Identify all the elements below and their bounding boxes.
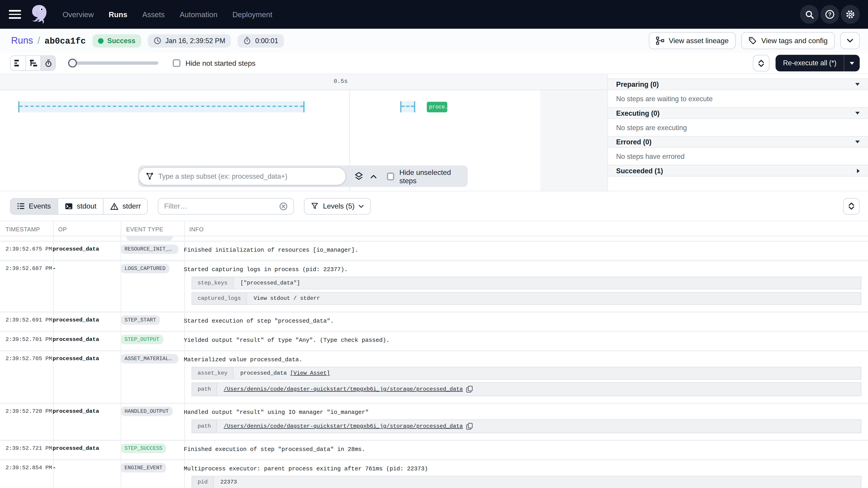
breadcrumb-runs-link[interactable]: Runs: [11, 35, 33, 46]
view-asset-lineage-button[interactable]: View asset lineage: [649, 32, 736, 49]
gantt-chart[interactable]: 0.5s proce… Type a step subset (ex: proc…: [0, 74, 608, 191]
clear-filter-icon[interactable]: [279, 202, 288, 210]
nav-item-runs[interactable]: Runs: [109, 10, 127, 19]
event-metadata: asset_keyprocessed_data [View Asset]path…: [191, 367, 861, 396]
tab-label: Events: [29, 202, 51, 210]
metadata-link[interactable]: /Users/dennis/code/dagster-quickstart/tm…: [223, 423, 463, 429]
tab-label: stderr: [123, 202, 141, 210]
table-body: 2:39:52.675 PMprocessed_dataRESOURCE_INI…: [0, 236, 868, 488]
event-info-text: Handled output "result" using IO manager…: [184, 408, 862, 417]
event-info-text: Yielded output "result" of type "Any". (…: [184, 336, 862, 345]
panel-section-succeeded[interactable]: Succeeded (1): [608, 165, 868, 176]
reexecute-dropdown[interactable]: [844, 55, 860, 71]
run-actions-dropdown-button[interactable]: [840, 32, 860, 49]
reexecute-all-button[interactable]: Re-execute all (*): [776, 55, 860, 71]
nav-item-assets[interactable]: Assets: [142, 10, 164, 19]
metadata-link[interactable]: /Users/dennis/code/dagster-quickstart/tm…: [223, 386, 463, 392]
levels-filter-button[interactable]: Levels (5): [304, 198, 371, 215]
metadata-entry-asset_key: asset_keyprocessed_data [View Asset]: [191, 367, 861, 380]
table-row[interactable]: 2:39:52.675 PMprocessed_dataRESOURCE_INI…: [0, 242, 868, 261]
metadata-key: captured_logs: [192, 293, 247, 304]
copy-icon[interactable]: [466, 423, 473, 430]
table-row[interactable]: 2:39:52.720 PMprocessed_dataHANDLED_OUTP…: [0, 404, 868, 441]
gantt-zoom-slider[interactable]: [68, 59, 158, 68]
col-timestamp: TIMESTAMP: [5, 226, 40, 232]
timed-view-button[interactable]: [40, 56, 55, 70]
main-nav: OverviewRunsAssetsAutomationDeployment: [63, 10, 272, 19]
layers-icon[interactable]: [354, 171, 363, 181]
event-info-text: Finished execution of step "processed_da…: [184, 445, 862, 454]
view-tags-config-button[interactable]: View tags and config: [741, 32, 835, 49]
topnav-actions: ?: [800, 5, 860, 24]
caret-right-icon: [857, 168, 860, 173]
metadata-value: /Users/dennis/code/dagster-quickstart/tm…: [217, 383, 861, 396]
event-timestamp: 2:39:52.721 PM: [0, 444, 53, 455]
funnel-icon: [311, 202, 318, 210]
metadata-text: 22373: [220, 479, 237, 485]
step-subset-input[interactable]: Type a step subset (ex: processed_data+): [138, 167, 346, 186]
nav-item-overview[interactable]: Overview: [63, 10, 94, 19]
panel-section-executing[interactable]: Executing (0): [608, 107, 868, 119]
event-timestamp: 2:39:52.675 PM: [0, 245, 53, 256]
help-button[interactable]: ?: [820, 5, 839, 24]
slider-track: [68, 61, 158, 65]
chevron-down-icon: [758, 63, 764, 67]
stderr-warning-icon: [110, 202, 119, 210]
chevron-down-icon: [359, 204, 364, 208]
event-info-text: Materialized value processed_data.: [184, 356, 862, 364]
table-row[interactable]: 2:39:52.687 PM-LOGS_CAPTUREDStarted capt…: [0, 261, 868, 313]
run-header-actions: View asset lineage View tags and config: [649, 32, 860, 49]
nav-item-automation[interactable]: Automation: [180, 10, 217, 19]
table-row[interactable]: 2:39:52.691 PMprocessed_dataSTEP_STARTSt…: [0, 313, 868, 332]
start-time-badge: Jan 16, 2:39:52 PM: [148, 34, 231, 47]
copy-icon[interactable]: [466, 386, 473, 393]
table-row[interactable]: 2:39:52.854 PM-ENGINE_EVENTMultiprocess …: [0, 460, 868, 488]
table-row[interactable]: 2:39:52.721 PMprocessed_dataSTEP_SUCCESS…: [0, 441, 868, 460]
dagster-logo-icon[interactable]: [29, 4, 49, 25]
hide-unselected-toggle[interactable]: Hide unselected steps: [387, 168, 468, 184]
event-type-badge: ASSET_MATERIALI…: [121, 354, 178, 363]
events-list-icon: [17, 202, 25, 210]
tab-events[interactable]: Events: [11, 198, 58, 214]
metadata-link[interactable]: [View Asset]: [290, 370, 330, 376]
tab-stdout[interactable]: stdout: [57, 198, 103, 214]
panel-section-preparing[interactable]: Preparing (0): [608, 78, 868, 90]
event-info-text: Started execution of step "processed_dat…: [184, 317, 862, 325]
hamburger-menu-icon[interactable]: [9, 10, 21, 19]
caret-down-icon: [855, 140, 860, 143]
log-filter-input[interactable]: Filter…: [158, 198, 294, 215]
waterfall-view-button[interactable]: [26, 56, 40, 70]
table-row[interactable]: 2:39:52.701 PMprocessed_dataSTEP_OUTPUTY…: [0, 332, 868, 351]
event-type-badge: RESOURCE_INIT_S…: [121, 245, 178, 254]
event-info: Materialized value processed_data.asset_…: [184, 354, 862, 399]
settings-button[interactable]: [841, 5, 860, 24]
tag-icon: [749, 37, 757, 45]
search-icon: [805, 10, 814, 19]
log-expand-collapse-button[interactable]: [843, 198, 860, 215]
table-row[interactable]: 2:39:52.705 PMprocessed_dataASSET_MATERI…: [0, 351, 868, 404]
col-op: OP: [58, 226, 67, 232]
table-row-partial: [0, 236, 868, 242]
nav-item-deployment[interactable]: Deployment: [232, 10, 272, 19]
hide-not-started-checkbox[interactable]: [173, 59, 180, 67]
panel-section-title: Succeeded (1): [616, 167, 663, 174]
tab-stderr[interactable]: stderr: [103, 198, 147, 214]
expand-collapse-button[interactable]: [753, 55, 770, 71]
hide-not-started-label: Hide not started steps: [185, 59, 255, 67]
flat-view-button[interactable]: [11, 56, 26, 70]
step-bar-processed-data[interactable]: proce…: [427, 102, 447, 112]
search-button[interactable]: [800, 5, 819, 24]
log-toolbar: Eventsstdoutstderr Filter… Levels (5): [0, 191, 868, 221]
metadata-entry-pid: pid22373: [191, 476, 861, 488]
event-op: -: [53, 264, 121, 307]
timer-icon: [243, 37, 251, 45]
gear-icon: [845, 9, 855, 20]
panel-section-errored[interactable]: Errored (0): [608, 136, 868, 148]
hide-unselected-checkbox[interactable]: [387, 172, 394, 180]
collapse-up-icon[interactable]: [370, 174, 377, 178]
metadata-entry-captured_logs: captured_logsView stdout / stderr: [191, 292, 861, 305]
hide-not-started-toggle[interactable]: Hide not started steps: [173, 59, 255, 67]
hide-unselected-label: Hide unselected steps: [399, 168, 468, 184]
event-info: Finished execution of step "processed_da…: [184, 444, 862, 455]
slider-handle[interactable]: [68, 59, 77, 68]
